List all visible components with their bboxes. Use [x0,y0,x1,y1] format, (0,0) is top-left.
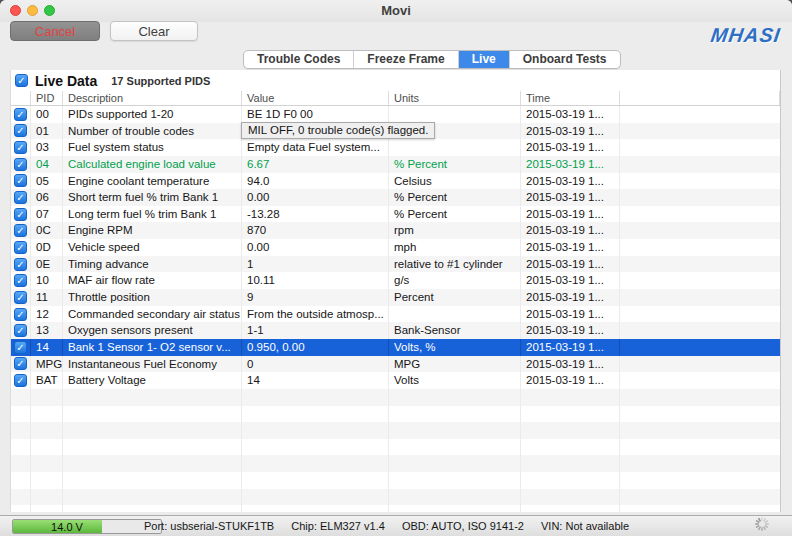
row-checkbox[interactable]: ✓ [14,308,27,321]
table-row[interactable]: ✓10MAF air flow rate10.11g/s2015-03-19 1… [11,272,780,289]
empty-cell [389,406,521,423]
table-row[interactable]: ✓12Commanded secondary air statusFrom th… [11,306,780,323]
cancel-button[interactable]: Cancel [10,21,100,41]
tab-trouble-codes[interactable]: Trouble Codes [244,51,354,68]
row-extra [620,156,780,173]
row-checkbox[interactable]: ✓ [14,108,27,121]
empty-cell [389,422,521,439]
empty-cell [620,472,780,489]
content-area: ✓ Live Data 17 Supported PIDS PID Descri… [10,70,781,512]
empty-cell [11,472,31,489]
row-checkbox[interactable]: ✓ [14,374,27,387]
row-extra [620,272,780,289]
tab-live[interactable]: Live [459,51,510,68]
row-description: Number of trouble codes [63,123,242,140]
row-checkbox[interactable]: ✓ [14,224,27,237]
table-row[interactable]: ✓0CEngine RPM870rpm2015-03-19 1... [11,222,780,239]
brand-logo: MHASI [709,24,782,47]
table-row[interactable]: ✓04Calculated engine load value6.67% Per… [11,156,780,173]
row-checkbox[interactable]: ✓ [14,324,27,337]
empty-table-row [11,422,780,439]
empty-table-row [11,472,780,489]
header-checkbox-column [11,91,31,105]
row-checkbox[interactable]: ✓ [14,341,27,354]
row-checkbox[interactable]: ✓ [14,258,27,271]
row-extra [620,306,780,323]
empty-cell [242,489,389,506]
row-pid: 0D [31,239,63,256]
row-value: 6.67 [242,156,389,173]
empty-cell [31,489,63,506]
column-header-pid[interactable]: PID [31,91,63,105]
table-header-row: PID Description Value Units Time [11,91,780,106]
row-time: 2015-03-19 1... [521,156,620,173]
empty-cell [620,422,780,439]
row-description: Vehicle speed [63,239,242,256]
row-extra [620,239,780,256]
table-row[interactable]: ✓14Bank 1 Sensor 1- O2 sensor v...0.950,… [11,339,780,356]
table-row[interactable]: ✓11Throttle position9 Percent2015-03-19 … [11,289,780,306]
table-row[interactable]: ✓05Engine coolant temperature94.0Celsius… [11,173,780,190]
empty-cell [242,455,389,472]
empty-cell [11,489,31,506]
table-row[interactable]: ✓01Number of trouble codesMIL OFF, 0 tro… [11,123,780,140]
empty-cell [242,472,389,489]
row-pid: 04 [31,156,63,173]
table-row[interactable]: ✓0ETiming advance1relative to #1 cylinde… [11,256,780,273]
row-description: Long term fuel % trim Bank 1 [63,206,242,223]
column-header-value[interactable]: Value [242,91,389,105]
tab-freeze-frame[interactable]: Freeze Frame [354,51,458,68]
row-checkbox-cell: ✓ [11,272,31,289]
table-row[interactable]: ✓0DVehicle speed0.00mph2015-03-19 1... [11,239,780,256]
row-checkbox[interactable]: ✓ [14,274,27,287]
row-checkbox[interactable]: ✓ [14,174,27,187]
row-extra [620,189,780,206]
row-checkbox[interactable]: ✓ [14,241,27,254]
row-pid: 05 [31,173,63,190]
table-row[interactable]: ✓00PIDs supported 1-20BE 1D F0 002015-03… [11,106,780,123]
row-time: 2015-03-19 1... [521,239,620,256]
row-checkbox[interactable]: ✓ [14,191,27,204]
column-header-units[interactable]: Units [389,91,521,105]
row-pid: 03 [31,139,63,156]
table-row[interactable]: ✓MPGInstantaneous Fuel Economy0MPG2015-0… [11,356,780,373]
row-pid: 0E [31,256,63,273]
column-header-description[interactable]: Description [63,91,242,105]
empty-cell [620,439,780,456]
row-description: Short term fuel % trim Bank 1 [63,189,242,206]
status-port: Port: usbserial-STUKF1TB [144,520,274,532]
empty-table-row [11,505,780,512]
row-units: Bank-Sensor [389,322,521,339]
row-checkbox[interactable]: ✓ [14,124,27,137]
empty-cell [63,489,242,506]
row-description: PIDs supported 1-20 [63,106,242,123]
row-pid: 11 [31,289,63,306]
table-row[interactable]: ✓07Long term fuel % trim Bank 1-13.28% P… [11,206,780,223]
row-units: MPG [389,356,521,373]
tab-onboard-tests[interactable]: Onboard Tests [510,51,620,68]
empty-cell [31,439,63,456]
row-checkbox[interactable]: ✓ [14,208,27,221]
row-checkbox[interactable]: ✓ [14,141,27,154]
row-description: Calculated engine load value [63,156,242,173]
row-units: % Percent [389,156,521,173]
row-pid: 10 [31,272,63,289]
empty-cell [63,439,242,456]
row-time: 2015-03-19 1... [521,222,620,239]
live-data-checkbox[interactable]: ✓ [15,74,28,87]
row-checkbox[interactable]: ✓ [14,357,27,370]
table-row[interactable]: ✓06Short term fuel % trim Bank 10.00% Pe… [11,189,780,206]
empty-cell [242,439,389,456]
table-row[interactable]: ✓BATBattery Voltage14Volts2015-03-19 1..… [11,372,780,389]
clear-button[interactable]: Clear [110,21,198,41]
row-checkbox[interactable]: ✓ [14,291,27,304]
row-units: Volts, % [389,339,521,356]
row-checkbox-cell: ✓ [11,339,31,356]
table-row[interactable]: ✓13Oxygen sensors present1-1Bank-Sensor2… [11,322,780,339]
empty-table-row [11,389,780,406]
row-pid: MPG [31,356,63,373]
row-checkbox[interactable]: ✓ [14,158,27,171]
table-row[interactable]: ✓03Fuel system statusEmpty data Fuel sys… [11,139,780,156]
row-units: Percent [389,289,521,306]
column-header-time[interactable]: Time [521,91,620,105]
